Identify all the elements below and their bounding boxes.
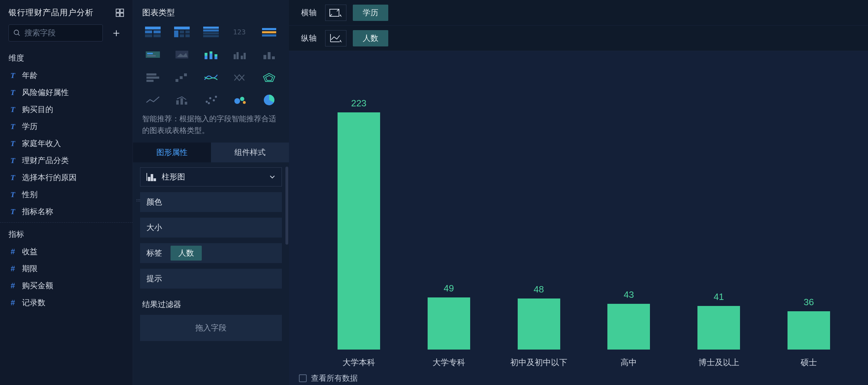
tab-graphic-props[interactable]: 图形属性 bbox=[133, 143, 211, 162]
chart-type-bubble[interactable] bbox=[229, 93, 251, 107]
prop-tooltip-row[interactable]: 提示 bbox=[140, 269, 282, 289]
svg-marker-70 bbox=[340, 14, 342, 17]
number-type-icon: # bbox=[9, 247, 17, 256]
svg-rect-1 bbox=[120, 9, 123, 12]
chart-type-hbar-stacked[interactable] bbox=[142, 70, 163, 85]
svg-rect-30 bbox=[205, 56, 207, 59]
bar[interactable]: 41 bbox=[687, 291, 751, 350]
chart-type-bar-simple[interactable] bbox=[258, 47, 280, 62]
config-panel: 图表类型 123 智能推荐：根据拖入的 bbox=[133, 0, 289, 385]
number-type-icon: # bbox=[9, 281, 17, 290]
bar[interactable]: 36 bbox=[777, 297, 841, 350]
chart-style-select[interactable]: 柱形图 bbox=[140, 167, 282, 186]
svg-rect-64 bbox=[148, 177, 150, 181]
svg-rect-41 bbox=[268, 52, 271, 59]
chart-type-scatter[interactable] bbox=[200, 93, 222, 107]
dimension-field[interactable]: T家庭年收入 bbox=[0, 135, 133, 152]
svg-rect-32 bbox=[210, 54, 212, 59]
x-axis-bar: 横轴 学历 bbox=[289, 0, 868, 26]
svg-line-5 bbox=[18, 34, 20, 36]
text-type-icon: T bbox=[9, 190, 17, 199]
svg-rect-43 bbox=[146, 73, 156, 76]
svg-rect-38 bbox=[241, 56, 243, 59]
bar[interactable]: 48 bbox=[507, 284, 571, 350]
svg-rect-26 bbox=[147, 53, 153, 54]
add-field-button[interactable]: ＋ bbox=[108, 24, 125, 41]
bar-value-label: 41 bbox=[714, 291, 724, 302]
prop-label-row[interactable]: 标签 人数 bbox=[140, 243, 282, 263]
dimension-field[interactable]: T学历 bbox=[0, 118, 133, 135]
chart-type-waterfall[interactable] bbox=[171, 70, 193, 85]
dimension-field[interactable]: T指标名称 bbox=[0, 203, 133, 220]
chart-type-bar-grouped[interactable] bbox=[229, 47, 251, 62]
bar-rect bbox=[518, 298, 560, 350]
metric-field[interactable]: #购买金额 bbox=[0, 277, 133, 294]
checkbox-icon bbox=[299, 374, 307, 382]
drag-grip[interactable]: ⠿ bbox=[135, 199, 141, 201]
chart-type-pie[interactable] bbox=[258, 93, 280, 107]
chart-type-line[interactable] bbox=[142, 93, 163, 107]
y-axis-bar: 纵轴 人数 bbox=[289, 26, 868, 51]
chart-type-combo[interactable] bbox=[171, 93, 193, 107]
chart-type-multi-line[interactable] bbox=[200, 70, 222, 85]
svg-rect-40 bbox=[263, 55, 266, 59]
y-axis-field-chip[interactable]: 人数 bbox=[353, 30, 388, 46]
chart-type-gauge[interactable] bbox=[258, 24, 280, 39]
chart-type-card[interactable] bbox=[142, 47, 163, 62]
chart-area: 横轴 学历 纵轴 人数 2234948434136 大学本科大学专科初中及初中以… bbox=[289, 0, 868, 385]
chart-type-radar[interactable] bbox=[258, 70, 280, 85]
divider bbox=[0, 222, 133, 223]
x-axis-field-chip[interactable]: 学历 bbox=[353, 5, 388, 21]
dimension-field[interactable]: T性别 bbox=[0, 186, 133, 203]
svg-rect-2 bbox=[116, 13, 119, 16]
svg-rect-12 bbox=[174, 30, 178, 37]
metric-field[interactable]: #期限 bbox=[0, 260, 133, 277]
field-label: 记录数 bbox=[22, 297, 45, 308]
metrics-label: 指标 bbox=[0, 224, 133, 243]
bar[interactable]: 49 bbox=[417, 283, 481, 350]
svg-rect-31 bbox=[205, 53, 207, 56]
y-axis-type-button[interactable] bbox=[325, 30, 346, 46]
chart-type-table-detail[interactable] bbox=[200, 24, 222, 39]
dataset-switch-icon[interactable] bbox=[115, 8, 125, 18]
dimension-field[interactable]: T选择本行的原因 bbox=[0, 169, 133, 186]
chart-type-image[interactable] bbox=[171, 47, 193, 62]
dimension-field[interactable]: T理财产品分类 bbox=[0, 152, 133, 169]
tab-component-style[interactable]: 组件样式 bbox=[211, 143, 289, 162]
view-all-data[interactable]: 查看所有数据 bbox=[299, 373, 358, 384]
metric-field[interactable]: #收益 bbox=[0, 243, 133, 260]
metric-field[interactable]: #记录数 bbox=[0, 294, 133, 311]
prop-size-row[interactable]: 大小 bbox=[140, 218, 282, 238]
field-label: 学历 bbox=[22, 121, 38, 132]
bar[interactable]: 43 bbox=[597, 289, 661, 350]
svg-text:123: 123 bbox=[233, 28, 246, 36]
svg-rect-0 bbox=[116, 9, 119, 12]
chart-type-stacked-bar[interactable] bbox=[200, 47, 222, 62]
label-field-chip[interactable]: 人数 bbox=[171, 246, 202, 261]
svg-point-60 bbox=[240, 97, 244, 101]
dimension-field[interactable]: T年龄 bbox=[0, 67, 133, 84]
chart-type-table-group[interactable] bbox=[142, 24, 163, 39]
x-axis-type-button[interactable] bbox=[325, 5, 346, 21]
search-icon bbox=[13, 29, 21, 37]
svg-rect-24 bbox=[262, 34, 276, 37]
chart-type-title: 图表类型 bbox=[133, 0, 289, 23]
search-input[interactable]: 搜索字段 bbox=[9, 24, 103, 41]
filter-drop-area[interactable]: 拖入字段 bbox=[140, 315, 282, 341]
svg-rect-45 bbox=[146, 80, 154, 82]
bar-value-label: 223 bbox=[351, 98, 366, 109]
prop-color-row[interactable]: 颜色 bbox=[140, 192, 282, 212]
field-label: 选择本行的原因 bbox=[22, 172, 77, 183]
bar[interactable]: 223 bbox=[327, 98, 391, 350]
svg-point-59 bbox=[234, 98, 240, 104]
chart-type-kpi[interactable]: 123 bbox=[229, 24, 251, 39]
chart-type-grid: 123 bbox=[133, 23, 289, 111]
chart-type-area-cross[interactable] bbox=[229, 70, 251, 85]
dimension-field[interactable]: T风险偏好属性 bbox=[0, 84, 133, 101]
chart-type-table-cross[interactable] bbox=[171, 24, 193, 39]
svg-rect-46 bbox=[176, 79, 178, 82]
fields-panel: 银行理财产品用户分析 搜索字段 ＋ 维度 T年龄T风险偏好属性T购买目的T学历T… bbox=[0, 0, 133, 385]
svg-rect-44 bbox=[146, 77, 159, 79]
dimension-field[interactable]: T购买目的 bbox=[0, 101, 133, 118]
scrollbar[interactable] bbox=[285, 167, 288, 245]
